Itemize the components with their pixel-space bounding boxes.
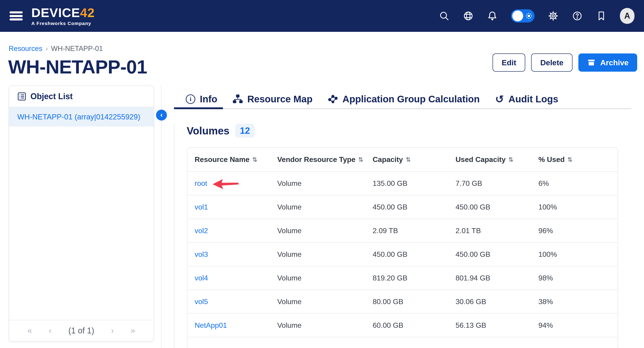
- object-list-header: Object List: [9, 86, 154, 107]
- user-avatar[interactable]: A: [620, 8, 634, 24]
- delete-button[interactable]: Delete: [531, 53, 572, 72]
- resource-link-root[interactable]: root: [194, 179, 207, 188]
- table-row: vol2 Volume 2.09 TB 2.01 TB 96%: [187, 219, 618, 242]
- brand-42-text: 42: [80, 6, 95, 20]
- column-header-pct-used[interactable]: % Used⇅: [538, 155, 618, 164]
- sort-icon[interactable]: ⇅: [252, 156, 258, 163]
- bookmark-icon[interactable]: [596, 11, 607, 21]
- page-title: WH-NETAPP-01: [8, 56, 147, 78]
- column-header-vendor-resource-type[interactable]: Vendor Resource Type⇅: [277, 155, 365, 164]
- volumes-title: Volumes: [187, 125, 229, 137]
- brand-device-text: DEVICE: [31, 6, 80, 20]
- panel-divider: [161, 86, 162, 348]
- volumes-count-badge: 12: [235, 124, 254, 138]
- toggle-knob-icon: [512, 11, 523, 21]
- object-list-panel: Object List WH-NETAPP-01 (array|01422559…: [9, 86, 154, 342]
- pagination-label: (1 of 1): [68, 326, 94, 335]
- column-header-resource-name[interactable]: Resource Name⇅: [194, 155, 270, 164]
- globe-icon[interactable]: [463, 11, 474, 21]
- resource-link-netapp01[interactable]: NetApp01: [194, 321, 227, 329]
- breadcrumb: Resources › WH-NETAPP-01: [9, 45, 103, 53]
- object-list-icon: [17, 92, 26, 101]
- table-row: root Volume 135.00 GB 7.70 GB 6%: [187, 171, 618, 195]
- pagination-prev-button[interactable]: ‹: [49, 326, 52, 335]
- collapse-panel-button[interactable]: ‹: [156, 110, 167, 121]
- menu-icon[interactable]: [10, 11, 24, 21]
- sort-icon[interactable]: ⇅: [568, 156, 573, 163]
- table-row-partial: [187, 337, 618, 348]
- tab-resource-map[interactable]: Resource Map: [225, 90, 320, 108]
- avatar-initial: A: [624, 11, 630, 21]
- brand-tagline: A Freshworks Company: [31, 21, 95, 26]
- archive-box-icon: [587, 58, 596, 67]
- object-list-item-selected[interactable]: WH-NETAPP-01 (array|0142255929): [9, 107, 154, 126]
- sort-icon[interactable]: ⇅: [358, 156, 363, 163]
- tab-info[interactable]: i Info: [174, 90, 225, 108]
- resource-link-vol3[interactable]: vol3: [194, 250, 208, 258]
- sitemap-icon: [233, 94, 243, 104]
- info-icon: i: [186, 94, 195, 104]
- sort-icon[interactable]: ⇅: [508, 156, 514, 163]
- table-row: vol1 Volume 450.00 GB 450.00 GB 100%: [187, 195, 618, 219]
- help-icon[interactable]: [572, 11, 583, 21]
- content-left-border: [174, 123, 174, 348]
- network-nodes-icon: [328, 94, 338, 104]
- table-header-row: Resource Name⇅ Vendor Resource Type⇅ Cap…: [187, 148, 618, 171]
- search-icon[interactable]: [439, 11, 450, 21]
- object-list-title: Object List: [30, 92, 73, 101]
- breadcrumb-resources-link[interactable]: Resources: [9, 45, 42, 53]
- tab-application-group-calculation[interactable]: Application Group Calculation: [320, 90, 487, 108]
- resource-link-vol4[interactable]: vol4: [194, 274, 208, 282]
- object-list-pagination: « ‹ (1 of 1) › »: [9, 320, 154, 341]
- tab-audit-logs[interactable]: ↺ Audit Logs: [487, 90, 566, 108]
- table-row: NetApp01 Volume 60.00 GB 56.13 GB 94%: [187, 313, 618, 337]
- pagination-next-button[interactable]: ›: [111, 326, 114, 335]
- edit-button[interactable]: Edit: [492, 53, 525, 72]
- brand-logo[interactable]: DEVICE42 A Freshworks Company: [31, 6, 95, 26]
- column-header-capacity[interactable]: Capacity⇅: [373, 155, 448, 164]
- notifications-bell-icon[interactable]: [487, 11, 498, 21]
- breadcrumb-current: WH-NETAPP-01: [51, 45, 103, 53]
- pagination-first-button[interactable]: «: [28, 326, 32, 335]
- sort-icon[interactable]: ⇅: [406, 156, 411, 163]
- column-header-used-capacity[interactable]: Used Capacity⇅: [456, 155, 531, 164]
- volumes-table: Resource Name⇅ Vendor Resource Type⇅ Cap…: [187, 148, 618, 348]
- page-actions: Edit Delete Archive: [492, 53, 637, 72]
- resource-link-vol5[interactable]: vol5: [194, 297, 208, 306]
- archive-button-label: Archive: [600, 58, 628, 67]
- active-tab-underline: [174, 107, 223, 109]
- table-row: vol5 Volume 80.00 GB 30.06 GB 38%: [187, 290, 618, 313]
- history-icon: ↺: [495, 94, 504, 104]
- red-arrow-annotation-icon: [212, 178, 239, 190]
- table-row: vol3 Volume 450.00 GB 450.00 GB 100%: [187, 242, 618, 266]
- resource-link-vol2[interactable]: vol2: [194, 227, 208, 235]
- theme-toggle[interactable]: [511, 9, 534, 23]
- pagination-last-button[interactable]: »: [130, 326, 135, 335]
- chevron-left-icon: ‹: [160, 111, 163, 118]
- top-navbar: DEVICE42 A Freshworks Company: [0, 0, 644, 32]
- volumes-table-card: Resource Name⇅ Vendor Resource Type⇅ Cap…: [187, 147, 618, 348]
- sun-icon: [526, 13, 532, 19]
- volumes-heading: Volumes 12: [187, 124, 254, 138]
- settings-gear-icon[interactable]: [548, 11, 558, 21]
- breadcrumb-separator: ›: [46, 45, 48, 53]
- resource-link-vol1[interactable]: vol1: [194, 203, 208, 211]
- table-row: vol4 Volume 819.20 GB 801.94 GB 98%: [187, 266, 618, 290]
- tab-bar: i Info Resource Map Application Group Ca…: [174, 90, 631, 109]
- archive-button[interactable]: Archive: [578, 53, 637, 72]
